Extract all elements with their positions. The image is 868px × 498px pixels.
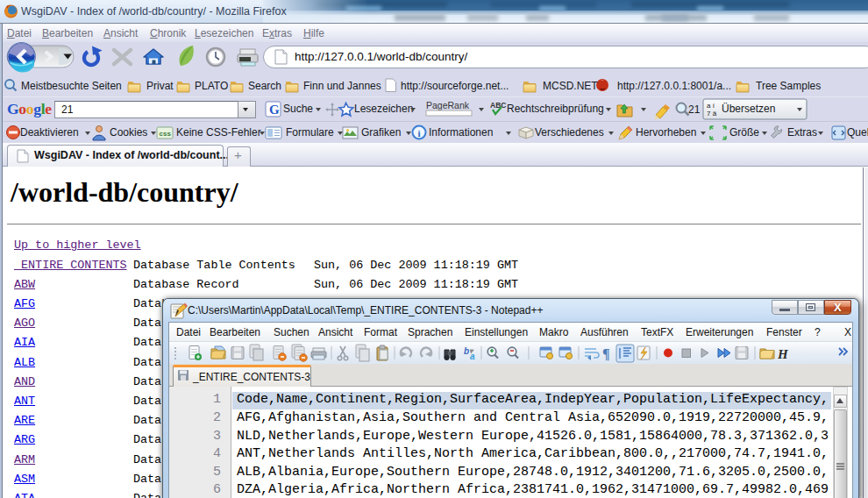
svg-text:css: css bbox=[160, 130, 172, 138]
svg-text:H: H bbox=[777, 347, 789, 361]
svg-text:i: i bbox=[418, 128, 421, 139]
svg-text:G: G bbox=[269, 103, 280, 117]
svg-text:¶: ¶ bbox=[602, 346, 610, 361]
svg-text:PageRank: PageRank bbox=[426, 100, 470, 110]
svg-text:ABC: ABC bbox=[490, 101, 506, 110]
svg-text:a í: a í bbox=[707, 102, 715, 110]
svg-text:7 ä: 7 ä bbox=[707, 110, 717, 117]
svg-text:b: b bbox=[464, 346, 469, 356]
